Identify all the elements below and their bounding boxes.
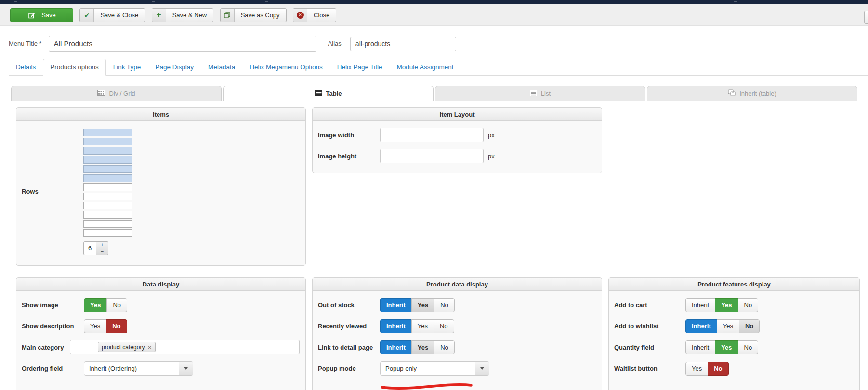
help-button-partial[interactable]: [864, 11, 868, 24]
title-row: Menu Title * Alias: [9, 36, 868, 52]
waitlist-button-no[interactable]: No: [708, 362, 728, 376]
show-description-yes[interactable]: Yes: [84, 319, 106, 333]
rows-stepper-increment[interactable]: +: [96, 242, 108, 248]
add-to-wishlist-no[interactable]: No: [739, 319, 760, 333]
items-row-selected[interactable]: [83, 129, 132, 136]
out-of-stock-inherit[interactable]: Inherit: [380, 298, 412, 312]
tab-helix-page-title[interactable]: Helix Page Title: [330, 59, 390, 76]
close-button[interactable]: ✕ Close: [293, 8, 336, 22]
link-to-detail-no[interactable]: No: [434, 340, 455, 354]
recently-viewed-inherit[interactable]: Inherit: [380, 319, 412, 333]
product-data-display-panel: Product data display Out of stock Inheri…: [312, 277, 602, 390]
layout-tab-label: List: [541, 90, 551, 97]
tab-products-options[interactable]: Products options: [43, 59, 106, 76]
items-row-input[interactable]: [83, 229, 132, 237]
add-to-wishlist-inherit[interactable]: Inherit: [685, 319, 717, 333]
show-image-toggle: Yes No: [84, 298, 127, 312]
toolbar: Save ✔ Save & Close + Save & New Save as…: [0, 4, 868, 26]
quantity-field-inherit[interactable]: Inherit: [685, 340, 715, 354]
link-to-detail-inherit[interactable]: Inherit: [380, 340, 412, 354]
items-row-input[interactable]: [83, 220, 132, 228]
tab-module-assignment[interactable]: Module Assignment: [390, 59, 461, 76]
items-panel-title: Items: [16, 108, 305, 121]
table-icon: [315, 90, 322, 98]
popup-mode-select[interactable]: Popup only: [380, 361, 489, 376]
items-row-selected[interactable]: [83, 174, 132, 182]
add-to-cart-no[interactable]: No: [738, 298, 759, 312]
out-of-stock-toggle: Inherit Yes No: [380, 298, 455, 312]
tab-details[interactable]: Details: [9, 59, 43, 76]
ordering-field-row: Ordering field Inherit (Ordering): [22, 361, 300, 376]
main-category-tag[interactable]: product category ✕: [98, 342, 156, 352]
chevron-down-icon[interactable]: [179, 362, 193, 375]
rows-stepper-value[interactable]: 6: [83, 241, 96, 255]
product-features-panel-title: Product features display: [609, 278, 859, 291]
image-height-input[interactable]: [380, 149, 484, 163]
out-of-stock-yes[interactable]: Yes: [411, 298, 434, 312]
recently-viewed-yes[interactable]: Yes: [411, 319, 434, 333]
image-width-input[interactable]: [380, 128, 484, 142]
save-new-button[interactable]: + Save & New: [152, 8, 214, 22]
items-row-input[interactable]: [83, 183, 132, 191]
ordering-field-label: Ordering field: [22, 365, 84, 372]
add-to-cart-row: Add to cart Inherit Yes No: [614, 298, 854, 312]
waitlist-button-yes[interactable]: Yes: [685, 362, 708, 376]
save-button[interactable]: Save: [10, 8, 73, 22]
alias-input[interactable]: [350, 37, 456, 51]
tab-page-display[interactable]: Page Display: [148, 59, 201, 76]
tab-metadata[interactable]: Metadata: [201, 59, 242, 76]
rows-stepper-decrement[interactable]: −: [96, 248, 108, 255]
copy-icon: [221, 9, 235, 22]
layout-tab-list[interactable]: List: [435, 86, 645, 101]
layout-tab-div-grid[interactable]: Div / Grid: [11, 86, 222, 101]
layout-type-tabs: Div / Grid Table List Inherit (table): [11, 86, 857, 101]
quantity-field-label: Quantity field: [614, 344, 685, 351]
show-image-no[interactable]: No: [106, 298, 127, 312]
items-row-input[interactable]: [83, 202, 132, 209]
chevron-down-icon[interactable]: [475, 362, 489, 375]
link-to-detail-yes[interactable]: Yes: [411, 340, 434, 354]
layout-tab-label: Div / Grid: [109, 90, 135, 97]
items-row-selected[interactable]: [83, 165, 132, 173]
menu-title-input[interactable]: [49, 36, 316, 52]
grid-icon: [97, 90, 105, 97]
save-close-button[interactable]: ✔ Save & Close: [79, 8, 145, 22]
save-icon: [25, 9, 39, 22]
layout-tab-table[interactable]: Table: [223, 86, 434, 101]
items-row-selected[interactable]: [83, 156, 132, 164]
tab-helix-megamenu-options[interactable]: Helix Megamenu Options: [242, 59, 330, 76]
add-to-cart-yes[interactable]: Yes: [715, 298, 738, 312]
link-to-detail-row: Link to detail page Inherit Yes No: [318, 340, 596, 354]
image-width-label: Image width: [318, 131, 380, 139]
tab-link-type[interactable]: Link Type: [106, 59, 148, 76]
items-row-input[interactable]: [83, 211, 132, 219]
layout-tab-inherit-table[interactable]: Inherit (table): [647, 86, 857, 101]
add-to-wishlist-yes[interactable]: Yes: [717, 319, 739, 333]
main-category-input[interactable]: product category ✕: [70, 340, 300, 354]
show-description-toggle: Yes No: [84, 319, 127, 333]
add-to-wishlist-label: Add to wishlist: [614, 323, 685, 330]
out-of-stock-label: Out of stock: [318, 301, 380, 309]
show-description-no[interactable]: No: [106, 319, 127, 333]
quantity-field-yes[interactable]: Yes: [715, 340, 738, 354]
product-data-panel-title: Product data display: [313, 278, 602, 291]
out-of-stock-no[interactable]: No: [434, 298, 455, 312]
recently-viewed-no[interactable]: No: [434, 319, 454, 333]
add-to-cart-inherit[interactable]: Inherit: [685, 298, 715, 312]
save-copy-button[interactable]: Save as Copy: [220, 8, 287, 22]
image-height-unit: px: [488, 153, 495, 160]
close-icon: ✕: [293, 9, 307, 22]
quantity-field-no[interactable]: No: [738, 340, 759, 354]
tag-remove-icon[interactable]: ✕: [147, 345, 151, 350]
show-image-label: Show image: [22, 301, 84, 309]
items-row-input[interactable]: [83, 193, 132, 200]
product-features-display-panel: Product features display Add to cart Inh…: [608, 277, 860, 390]
show-image-yes[interactable]: Yes: [84, 298, 107, 312]
rows-label: Rows: [22, 188, 39, 195]
tag-label: product category: [102, 344, 145, 351]
items-row-selected[interactable]: [83, 147, 132, 155]
items-row-selected[interactable]: [83, 138, 132, 145]
image-width-row: Image width px: [318, 128, 596, 142]
ordering-field-select[interactable]: Inherit (Ordering): [84, 361, 193, 376]
menu-title-label: Menu Title *: [9, 40, 42, 47]
